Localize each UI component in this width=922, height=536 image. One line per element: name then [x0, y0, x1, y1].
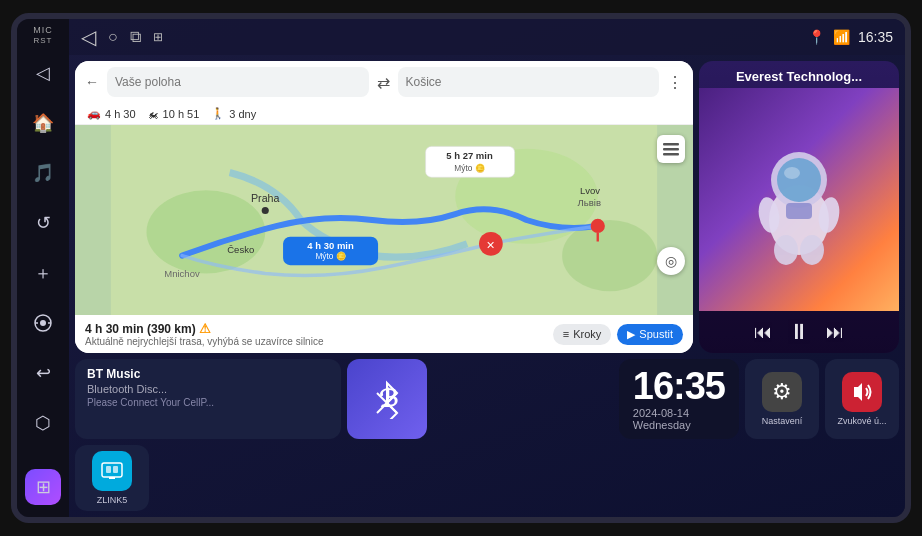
map-actions: ≡ Kroky ▶ Spustit — [553, 324, 683, 345]
astronaut-bg — [699, 88, 899, 311]
svg-text:5 h 27 min: 5 h 27 min — [446, 150, 493, 161]
map-header: ← ⇄ ⋮ — [75, 61, 693, 103]
spustit-button[interactable]: ▶ Spustit — [617, 324, 683, 345]
clock-tile: 16:35 2024-08-14 Wednesday — [619, 359, 739, 439]
svg-rect-24 — [663, 143, 679, 146]
content-grid: ← ⇄ ⋮ 🚗 4 h 30 🏍 10 h 51 — [69, 55, 905, 517]
next-button[interactable]: ⏭ — [826, 322, 844, 343]
bt-music-subtitle: Bluetooth Disc... — [87, 383, 329, 395]
zlink-label: ZLINK5 — [97, 495, 128, 505]
svg-point-34 — [774, 235, 798, 265]
map-section: ← ⇄ ⋮ 🚗 4 h 30 🏍 10 h 51 — [75, 61, 693, 353]
svg-point-1 — [40, 320, 46, 326]
bottom-row: BT Music Bluetooth Disc... Please Connec… — [75, 359, 899, 511]
topbar-external-icon: ⊞ — [153, 30, 163, 44]
prev-button[interactable]: ⏮ — [754, 322, 772, 343]
svg-text:✕: ✕ — [486, 239, 495, 251]
location-btn[interactable]: ◎ — [657, 247, 685, 275]
top-bar: ◁ ○ ⧉ ⊞ 📍 📶 16:35 — [69, 19, 905, 55]
svg-text:Praha: Praha — [251, 192, 280, 204]
back2-icon[interactable]: ↩ — [25, 355, 61, 391]
svg-point-35 — [800, 235, 824, 265]
svg-text:Mnichov: Mnichov — [164, 268, 200, 279]
clock-date: 2024-08-14 — [633, 407, 689, 419]
svg-point-30 — [784, 167, 800, 179]
mic-label: MIC — [33, 25, 53, 35]
from-input[interactable] — [107, 67, 369, 97]
car-icon: 🚗 — [87, 107, 101, 120]
route-moto[interactable]: 🏍 10 h 51 — [148, 107, 200, 120]
bt-music-info: BT Music Bluetooth Disc... Please Connec… — [75, 359, 341, 439]
walk-icon: 🚶 — [211, 107, 225, 120]
main-content: ◁ ○ ⧉ ⊞ 📍 📶 16:35 ← ⇄ ⋮ — [69, 19, 905, 517]
clock-topbar: 16:35 — [858, 29, 893, 45]
swap-icon[interactable]: ⇄ — [377, 73, 390, 92]
svg-text:Mýto 🪙: Mýto 🪙 — [454, 163, 485, 174]
nav-back-icon[interactable]: ◁ — [25, 55, 61, 91]
svg-point-14 — [591, 219, 605, 233]
gps-icon: 📍 — [808, 29, 825, 45]
grid-icon[interactable]: ⊞ — [25, 469, 61, 505]
svg-text:Mýto 🪙: Mýto 🪙 — [315, 251, 346, 262]
bt-icon-tile[interactable]: ℬ — [347, 359, 427, 439]
app-settings[interactable]: ⚙ Nastavení — [745, 359, 819, 439]
warning-icon: ⚠ — [199, 321, 211, 336]
svg-rect-26 — [663, 153, 679, 156]
route-walk[interactable]: 🚶 3 dny — [211, 107, 256, 120]
music-title: Everest Technolog... — [699, 61, 899, 88]
route-options: 🚗 4 h 30 🏍 10 h 51 🚶 3 dny — [75, 103, 693, 125]
top-bar-left: ◁ ○ ⧉ ⊞ — [81, 25, 163, 49]
svg-rect-33 — [786, 203, 812, 219]
zlink-icon — [92, 451, 132, 491]
map-menu-icon[interactable]: ⋮ — [667, 73, 683, 92]
rst-label: RST — [34, 36, 53, 45]
map-body[interactable]: Praha Česko Mnichov Lvov Львів 4 h 30 mi… — [75, 125, 693, 315]
app-audio[interactable]: Zvukové ú... — [825, 359, 899, 439]
distance-label: 4 h 30 min (390 km) ⚠ — [85, 321, 323, 336]
settings-label: Nastavení — [762, 416, 803, 426]
audio-label: Zvukové ú... — [837, 416, 886, 426]
svg-text:4 h 30 min: 4 h 30 min — [307, 240, 354, 251]
clock-day: Wednesday — [633, 419, 691, 431]
left-strip: MIC RST ◁ 🏠 🎵 ↺ ＋ ↩ ⬡ ⊞ — [17, 19, 69, 517]
music-nav-icon[interactable]: 🎵 — [25, 155, 61, 191]
map-footer: 4 h 30 min (390 km) ⚠ Aktuálně nejrychle… — [75, 315, 693, 353]
music-art — [699, 88, 899, 311]
settings-icon: ⚙ — [762, 372, 802, 412]
map-back-icon[interactable]: ← — [85, 74, 99, 90]
bt-music-title: BT Music — [87, 367, 329, 381]
svg-rect-40 — [106, 466, 111, 473]
svg-rect-39 — [102, 463, 122, 477]
svg-text:Львів: Львів — [578, 197, 601, 208]
svg-point-29 — [777, 158, 821, 202]
app-zlink[interactable]: ZLINK5 — [75, 445, 149, 511]
route-info: 4 h 30 min (390 km) ⚠ Aktuálně nejrychle… — [85, 321, 323, 347]
audio-icon — [842, 372, 882, 412]
undo-icon[interactable]: ↺ — [25, 205, 61, 241]
left-nav-icons: ◁ 🏠 🎵 ↺ ＋ ↩ ⬡ ⊞ — [25, 55, 61, 513]
steps-icon: ≡ — [563, 328, 569, 340]
cube-icon[interactable]: ⬡ — [25, 405, 61, 441]
top-bar-right: 📍 📶 16:35 — [808, 29, 893, 45]
svg-point-8 — [262, 207, 269, 214]
clock-time: 16:35 — [633, 367, 725, 405]
bt-music-status: Please Connect Your CellP... — [87, 397, 329, 408]
kroky-button[interactable]: ≡ Kroky — [553, 324, 612, 345]
topbar-copy-icon: ⧉ — [130, 28, 141, 46]
radio-icon[interactable] — [25, 305, 61, 341]
route-car[interactable]: 🚗 4 h 30 — [87, 107, 136, 120]
topbar-back-icon[interactable]: ◁ — [81, 25, 96, 49]
svg-text:ℬ: ℬ — [379, 385, 398, 412]
layers-btn[interactable] — [657, 135, 685, 163]
svg-rect-41 — [113, 466, 118, 473]
route-desc: Aktuálně nejrychlejší trasa, vyhýbá se u… — [85, 336, 323, 347]
vol-up-icon[interactable]: ＋ — [25, 255, 61, 291]
svg-text:Lvov: Lvov — [580, 185, 600, 196]
svg-rect-25 — [663, 148, 679, 151]
pause-button[interactable]: ⏸ — [788, 319, 810, 345]
topbar-phone-icon: ○ — [108, 28, 118, 46]
music-controls: ⏮ ⏸ ⏭ — [699, 311, 899, 353]
moto-icon: 🏍 — [148, 108, 159, 120]
to-input[interactable] — [398, 67, 660, 97]
home-icon[interactable]: 🏠 — [25, 105, 61, 141]
